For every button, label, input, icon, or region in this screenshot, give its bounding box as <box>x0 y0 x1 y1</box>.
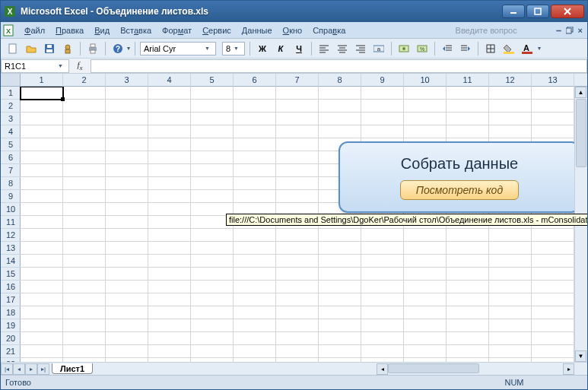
menu-window[interactable]: Окно <box>278 24 308 36</box>
cell[interactable] <box>319 242 361 255</box>
cell[interactable] <box>404 293 447 306</box>
cell[interactable] <box>191 332 234 345</box>
cell[interactable] <box>276 319 319 332</box>
cell[interactable] <box>319 293 361 306</box>
bold-button[interactable]: Ж <box>255 41 270 56</box>
cell[interactable] <box>106 268 148 281</box>
mdi-close-icon[interactable]: × <box>578 26 583 35</box>
row-header[interactable]: 19 <box>1 319 21 332</box>
row-header[interactable]: 6 <box>1 151 21 164</box>
cell[interactable] <box>319 319 361 332</box>
cell[interactable] <box>404 358 447 362</box>
mdi-restore-icon[interactable] <box>566 27 574 34</box>
cell[interactable] <box>404 113 447 125</box>
cell[interactable] <box>63 138 106 151</box>
cell[interactable] <box>191 100 234 113</box>
column-header[interactable]: 6 <box>234 74 276 87</box>
cell[interactable] <box>489 113 532 125</box>
merge-center-icon[interactable]: a <box>371 41 386 56</box>
cell[interactable] <box>447 87 489 100</box>
cell[interactable] <box>106 151 148 164</box>
cell[interactable] <box>361 87 404 100</box>
cell[interactable] <box>148 255 191 268</box>
cell[interactable] <box>447 268 489 281</box>
cell[interactable] <box>106 125 148 138</box>
cell[interactable] <box>532 281 574 293</box>
row-header[interactable]: 12 <box>1 229 21 242</box>
scroll-right-icon[interactable]: ▸ <box>563 363 574 375</box>
cell[interactable] <box>447 306 489 319</box>
name-box[interactable]: R1C1▼ <box>1 59 69 73</box>
column-header[interactable]: 12 <box>489 74 532 87</box>
print-icon[interactable] <box>85 41 100 56</box>
cell[interactable] <box>276 151 319 164</box>
cell[interactable] <box>234 164 276 177</box>
cell[interactable] <box>276 125 319 138</box>
cell[interactable] <box>63 345 106 358</box>
cell[interactable] <box>319 281 361 293</box>
cell[interactable] <box>148 203 191 216</box>
cell[interactable] <box>148 138 191 151</box>
cell[interactable] <box>489 242 532 255</box>
cell[interactable] <box>447 281 489 293</box>
cell[interactable] <box>106 177 148 190</box>
row-header[interactable]: 5 <box>1 138 21 151</box>
cell[interactable] <box>361 268 404 281</box>
cell[interactable] <box>234 229 276 242</box>
cell[interactable] <box>532 242 574 255</box>
cell[interactable] <box>361 293 404 306</box>
formula-input[interactable] <box>91 59 587 73</box>
cell[interactable] <box>21 138 63 151</box>
cell[interactable] <box>404 100 447 113</box>
cell[interactable] <box>404 125 447 138</box>
cell[interactable] <box>234 177 276 190</box>
fill-color-icon[interactable] <box>501 41 516 56</box>
column-header[interactable]: 7 <box>276 74 319 87</box>
cell[interactable] <box>234 125 276 138</box>
cell[interactable] <box>361 100 404 113</box>
cell[interactable] <box>148 125 191 138</box>
cell[interactable] <box>148 87 191 100</box>
font-selector[interactable]: Arial Cyr▼ <box>140 42 216 55</box>
cell[interactable] <box>63 268 106 281</box>
cell[interactable] <box>148 268 191 281</box>
cell[interactable] <box>319 113 361 125</box>
cell[interactable] <box>532 306 574 319</box>
row-header[interactable]: 3 <box>1 113 21 125</box>
cell[interactable] <box>319 332 361 345</box>
cell[interactable] <box>21 306 63 319</box>
cell[interactable] <box>319 125 361 138</box>
cell[interactable] <box>21 125 63 138</box>
column-header[interactable]: 8 <box>319 74 361 87</box>
cell[interactable] <box>106 306 148 319</box>
cell[interactable] <box>63 203 106 216</box>
cell[interactable] <box>276 190 319 203</box>
cell[interactable] <box>106 100 148 113</box>
cell[interactable] <box>234 138 276 151</box>
cell[interactable] <box>404 306 447 319</box>
cell[interactable] <box>234 293 276 306</box>
cell[interactable] <box>63 125 106 138</box>
cell[interactable] <box>63 177 106 190</box>
cell[interactable] <box>532 319 574 332</box>
cell[interactable] <box>489 281 532 293</box>
cell[interactable] <box>63 190 106 203</box>
cell[interactable] <box>447 125 489 138</box>
cell[interactable] <box>21 164 63 177</box>
cell[interactable] <box>404 229 447 242</box>
cell[interactable] <box>21 293 63 306</box>
scroll-left-icon[interactable]: ◂ <box>377 363 388 375</box>
column-header[interactable]: 9 <box>361 74 404 87</box>
fx-icon[interactable]: fx <box>74 60 86 71</box>
underline-button[interactable]: Ч <box>291 41 307 56</box>
save-icon[interactable] <box>42 41 57 56</box>
cell[interactable] <box>148 332 191 345</box>
column-header[interactable]: 10 <box>404 74 447 87</box>
cell[interactable] <box>489 125 532 138</box>
cell[interactable] <box>63 332 106 345</box>
cell[interactable] <box>489 345 532 358</box>
cell[interactable] <box>63 151 106 164</box>
cell[interactable] <box>234 242 276 255</box>
cell[interactable] <box>106 164 148 177</box>
cell[interactable] <box>276 293 319 306</box>
